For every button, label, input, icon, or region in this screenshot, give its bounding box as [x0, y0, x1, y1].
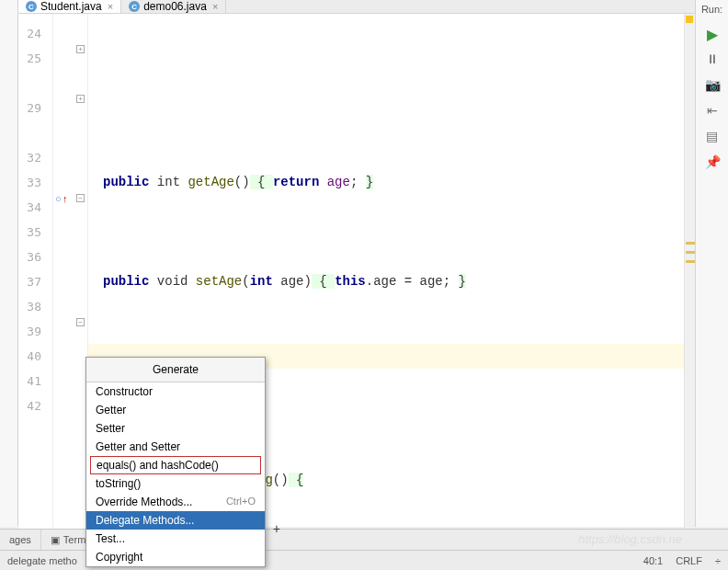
java-class-icon: C [129, 1, 140, 12]
fold-toggle[interactable]: + [76, 45, 85, 53]
tab-student-java[interactable]: C Student.java × [18, 0, 121, 13]
tab-label: demo06.java [143, 0, 207, 13]
popup-item-setter[interactable]: Setter [86, 419, 265, 438]
pause-icon[interactable]: ⏸ [705, 51, 720, 66]
override-gutter-icon[interactable]: ○ [55, 193, 62, 204]
fold-toggle[interactable]: + [76, 95, 85, 103]
popup-item-constructor[interactable]: Constructor [86, 382, 265, 401]
popup-item-getter[interactable]: Getter [86, 401, 265, 419]
bottom-tab-ages[interactable]: ages [0, 530, 41, 550]
gutter-annotation-col: ○ ↑ [53, 14, 74, 570]
tab-label: Student.java [40, 0, 102, 13]
encoding-sep-icon[interactable]: ÷ [715, 555, 721, 566]
popup-item-test[interactable]: Test... [86, 530, 265, 548]
java-class-icon: C [26, 1, 37, 12]
popup-item-delegate[interactable]: Delegate Methods... [86, 511, 265, 530]
terminal-icon: ▣ [51, 534, 60, 546]
right-toolbar: Run: ▶ ⏸ 📷 ⇤ ▤ 📌 [695, 0, 728, 527]
tab-demo06-java[interactable]: C demo06.java × [121, 0, 226, 13]
popup-item-tostring[interactable]: toString() [86, 474, 265, 493]
exit-icon[interactable]: ⇤ [705, 103, 720, 118]
popup-item-override[interactable]: Override Methods...Ctrl+O [86, 493, 265, 511]
popup-item-copyright[interactable]: Copyright [86, 548, 265, 566]
vertical-scrollbar[interactable] [684, 14, 695, 570]
close-icon[interactable]: × [212, 1, 218, 12]
popup-item-equals-hashcode[interactable]: equals() and hashCode() [90, 456, 261, 474]
line-number-gutter: 24 25 29 32 33 34 35 36 37 38 39 40 41 4… [18, 14, 53, 570]
project-tool-strip[interactable] [0, 0, 18, 527]
layout-icon[interactable]: ▤ [705, 129, 720, 143]
fold-toggle[interactable]: − [76, 194, 85, 202]
up-arrow-icon: ↑ [63, 193, 68, 204]
run-icon[interactable]: ▶ [705, 26, 720, 40]
fold-toggle[interactable]: − [76, 318, 85, 326]
popup-title: Generate [86, 358, 265, 382]
editor-tabs: C Student.java × C demo06.java × [18, 0, 695, 14]
run-label: Run: [701, 4, 722, 15]
status-message: delegate metho [7, 555, 77, 566]
generate-popup: Generate Constructor Getter Setter Gette… [85, 357, 266, 567]
pin-icon[interactable]: 📌 [705, 154, 720, 169]
popup-item-getter-setter[interactable]: Getter and Setter [86, 438, 265, 456]
close-icon[interactable]: × [108, 1, 113, 12]
camera-icon[interactable]: 📷 [705, 77, 720, 92]
